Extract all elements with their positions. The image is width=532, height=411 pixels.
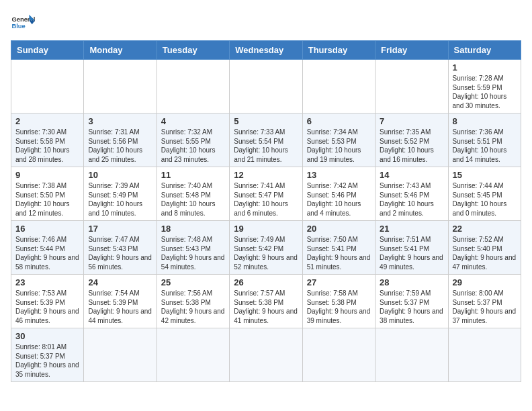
day-number: 21 xyxy=(380,224,443,234)
calendar-cell: 26Sunrise: 7:57 AM Sunset: 5:38 PM Dayli… xyxy=(230,275,302,328)
week-row-4: 16Sunrise: 7:46 AM Sunset: 5:44 PM Dayli… xyxy=(11,221,521,275)
day-number: 4 xyxy=(161,116,225,126)
day-info: Sunrise: 7:44 AM Sunset: 5:45 PM Dayligh… xyxy=(453,181,517,218)
weekday-header-friday: Friday xyxy=(375,41,448,60)
day-info: Sunrise: 7:53 AM Sunset: 5:39 PM Dayligh… xyxy=(15,289,79,325)
day-number: 22 xyxy=(453,224,517,234)
logo-icon: General Blue xyxy=(11,11,35,35)
calendar-cell: 13Sunrise: 7:42 AM Sunset: 5:46 PM Dayli… xyxy=(302,167,375,221)
day-info: Sunrise: 7:50 AM Sunset: 5:41 PM Dayligh… xyxy=(307,235,371,271)
day-number: 1 xyxy=(453,62,517,73)
day-info: Sunrise: 7:43 AM Sunset: 5:46 PM Dayligh… xyxy=(380,181,443,218)
day-number: 18 xyxy=(161,224,225,234)
calendar-cell: 1Sunrise: 7:28 AM Sunset: 5:59 PM Daylig… xyxy=(448,60,521,113)
day-info: Sunrise: 7:58 AM Sunset: 5:38 PM Dayligh… xyxy=(307,289,371,325)
calendar-cell: 11Sunrise: 7:40 AM Sunset: 5:48 PM Dayli… xyxy=(157,167,229,221)
weekday-header-sunday: Sunday xyxy=(11,41,84,60)
calendar-cell: 3Sunrise: 7:31 AM Sunset: 5:56 PM Daylig… xyxy=(84,113,157,167)
day-number: 23 xyxy=(15,277,79,287)
day-info: Sunrise: 7:28 AM Sunset: 5:59 PM Dayligh… xyxy=(453,74,517,110)
day-number: 29 xyxy=(453,277,517,287)
day-number: 10 xyxy=(88,170,152,180)
day-info: Sunrise: 7:32 AM Sunset: 5:55 PM Dayligh… xyxy=(161,128,225,164)
calendar-cell: 4Sunrise: 7:32 AM Sunset: 5:55 PM Daylig… xyxy=(157,113,229,167)
day-info: Sunrise: 7:31 AM Sunset: 5:56 PM Dayligh… xyxy=(88,128,152,164)
day-number: 12 xyxy=(234,170,298,180)
day-info: Sunrise: 7:34 AM Sunset: 5:53 PM Dayligh… xyxy=(307,128,371,164)
calendar-cell: 8Sunrise: 7:36 AM Sunset: 5:51 PM Daylig… xyxy=(448,113,521,167)
calendar-cell xyxy=(302,328,375,382)
day-number: 7 xyxy=(380,116,443,126)
day-number: 6 xyxy=(307,116,371,126)
day-info: Sunrise: 7:46 AM Sunset: 5:44 PM Dayligh… xyxy=(15,235,79,271)
day-info: Sunrise: 7:42 AM Sunset: 5:46 PM Dayligh… xyxy=(307,181,371,218)
calendar-cell: 19Sunrise: 7:49 AM Sunset: 5:42 PM Dayli… xyxy=(230,221,302,275)
calendar-cell: 21Sunrise: 7:51 AM Sunset: 5:41 PM Dayli… xyxy=(375,221,448,275)
day-number: 11 xyxy=(161,170,225,180)
day-info: Sunrise: 7:57 AM Sunset: 5:38 PM Dayligh… xyxy=(234,289,298,325)
week-row-2: 2Sunrise: 7:30 AM Sunset: 5:58 PM Daylig… xyxy=(11,113,521,167)
day-number: 27 xyxy=(307,277,371,287)
day-number: 26 xyxy=(234,277,298,287)
calendar-cell: 27Sunrise: 7:58 AM Sunset: 5:38 PM Dayli… xyxy=(302,275,375,328)
calendar-cell: 16Sunrise: 7:46 AM Sunset: 5:44 PM Dayli… xyxy=(11,221,84,275)
weekday-header-wednesday: Wednesday xyxy=(230,41,302,60)
day-info: Sunrise: 7:33 AM Sunset: 5:54 PM Dayligh… xyxy=(234,128,298,164)
day-number: 2 xyxy=(15,116,79,126)
day-info: Sunrise: 7:41 AM Sunset: 5:47 PM Dayligh… xyxy=(234,181,298,218)
day-info: Sunrise: 7:59 AM Sunset: 5:37 PM Dayligh… xyxy=(380,289,443,325)
calendar-cell: 9Sunrise: 7:38 AM Sunset: 5:50 PM Daylig… xyxy=(11,167,84,221)
day-number: 24 xyxy=(88,277,152,287)
day-info: Sunrise: 7:47 AM Sunset: 5:43 PM Dayligh… xyxy=(88,235,152,271)
calendar-cell xyxy=(84,60,157,113)
day-number: 13 xyxy=(307,170,371,180)
calendar: SundayMondayTuesdayWednesdayThursdayFrid… xyxy=(11,40,521,382)
weekday-header-row: SundayMondayTuesdayWednesdayThursdayFrid… xyxy=(11,41,521,60)
calendar-cell xyxy=(448,328,521,382)
day-info: Sunrise: 7:35 AM Sunset: 5:52 PM Dayligh… xyxy=(380,128,443,164)
day-number: 14 xyxy=(380,170,443,180)
calendar-cell: 6Sunrise: 7:34 AM Sunset: 5:53 PM Daylig… xyxy=(302,113,375,167)
day-number: 3 xyxy=(88,116,152,126)
calendar-cell xyxy=(157,328,229,382)
calendar-cell xyxy=(11,60,84,113)
weekday-header-monday: Monday xyxy=(84,41,157,60)
day-info: Sunrise: 8:00 AM Sunset: 5:37 PM Dayligh… xyxy=(453,289,517,325)
calendar-cell xyxy=(375,328,448,382)
calendar-cell: 5Sunrise: 7:33 AM Sunset: 5:54 PM Daylig… xyxy=(230,113,302,167)
day-info: Sunrise: 7:38 AM Sunset: 5:50 PM Dayligh… xyxy=(15,181,79,218)
day-info: Sunrise: 7:52 AM Sunset: 5:40 PM Dayligh… xyxy=(453,235,517,271)
calendar-cell: 10Sunrise: 7:39 AM Sunset: 5:49 PM Dayli… xyxy=(84,167,157,221)
calendar-cell: 12Sunrise: 7:41 AM Sunset: 5:47 PM Dayli… xyxy=(230,167,302,221)
calendar-cell: 22Sunrise: 7:52 AM Sunset: 5:40 PM Dayli… xyxy=(448,221,521,275)
header: General Blue xyxy=(11,11,521,35)
calendar-cell: 28Sunrise: 7:59 AM Sunset: 5:37 PM Dayli… xyxy=(375,275,448,328)
day-info: Sunrise: 7:54 AM Sunset: 5:39 PM Dayligh… xyxy=(88,289,152,325)
day-info: Sunrise: 7:40 AM Sunset: 5:48 PM Dayligh… xyxy=(161,181,225,218)
calendar-cell: 30Sunrise: 8:01 AM Sunset: 5:37 PM Dayli… xyxy=(11,328,84,382)
day-number: 30 xyxy=(15,331,79,341)
calendar-cell: 2Sunrise: 7:30 AM Sunset: 5:58 PM Daylig… xyxy=(11,113,84,167)
week-row-1: 1Sunrise: 7:28 AM Sunset: 5:59 PM Daylig… xyxy=(11,60,521,113)
day-number: 9 xyxy=(15,170,79,180)
calendar-cell xyxy=(230,328,302,382)
week-row-3: 9Sunrise: 7:38 AM Sunset: 5:50 PM Daylig… xyxy=(11,167,521,221)
day-info: Sunrise: 7:30 AM Sunset: 5:58 PM Dayligh… xyxy=(15,128,79,164)
day-number: 17 xyxy=(88,224,152,234)
calendar-cell: 18Sunrise: 7:48 AM Sunset: 5:43 PM Dayli… xyxy=(157,221,229,275)
calendar-cell: 25Sunrise: 7:56 AM Sunset: 5:38 PM Dayli… xyxy=(157,275,229,328)
day-number: 19 xyxy=(234,224,298,234)
weekday-header-thursday: Thursday xyxy=(302,41,375,60)
svg-text:Blue: Blue xyxy=(11,23,25,30)
day-number: 15 xyxy=(453,170,517,180)
calendar-cell: 15Sunrise: 7:44 AM Sunset: 5:45 PM Dayli… xyxy=(448,167,521,221)
day-info: Sunrise: 7:56 AM Sunset: 5:38 PM Dayligh… xyxy=(161,289,225,325)
calendar-cell xyxy=(302,60,375,113)
logo: General Blue xyxy=(11,11,35,35)
day-number: 5 xyxy=(234,116,298,126)
calendar-cell xyxy=(157,60,229,113)
day-number: 16 xyxy=(15,224,79,234)
day-number: 25 xyxy=(161,277,225,287)
day-info: Sunrise: 7:49 AM Sunset: 5:42 PM Dayligh… xyxy=(234,235,298,271)
calendar-cell: 7Sunrise: 7:35 AM Sunset: 5:52 PM Daylig… xyxy=(375,113,448,167)
